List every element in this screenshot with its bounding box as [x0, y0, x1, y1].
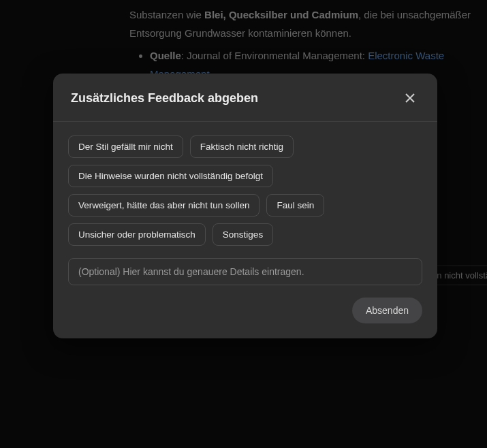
feedback-tag-row: Der Stil gefällt mir nicht Faktisch nich…	[68, 135, 422, 246]
modal-title: Zusätzliches Feedback abgeben	[71, 91, 258, 106]
feedback-modal: Zusätzliches Feedback abgeben Der Stil g…	[53, 74, 437, 338]
modal-header: Zusätzliches Feedback abgeben	[53, 74, 437, 122]
feedback-tag-other[interactable]: Sonstiges	[213, 223, 273, 246]
modal-body: Der Stil gefällt mir nicht Faktisch nich…	[53, 122, 437, 338]
feedback-tag-unsafe[interactable]: Unsicher oder problematisch	[68, 223, 206, 246]
feedback-tag-style[interactable]: Der Stil gefällt mir nicht	[68, 135, 183, 158]
feedback-tag-lazy[interactable]: Faul sein	[266, 194, 324, 217]
close-button[interactable]	[400, 89, 420, 108]
close-icon	[405, 93, 415, 103]
modal-footer: Absenden	[68, 298, 422, 323]
feedback-detail-input[interactable]	[68, 258, 422, 285]
feedback-tag-refused[interactable]: Verweigert, hätte das aber nicht tun sol…	[68, 194, 260, 217]
feedback-tag-instructions[interactable]: Die Hinweise wurden nicht vollständig be…	[68, 165, 273, 187]
submit-button[interactable]: Absenden	[352, 298, 422, 323]
feedback-tag-factual[interactable]: Faktisch nicht richtig	[190, 135, 294, 158]
